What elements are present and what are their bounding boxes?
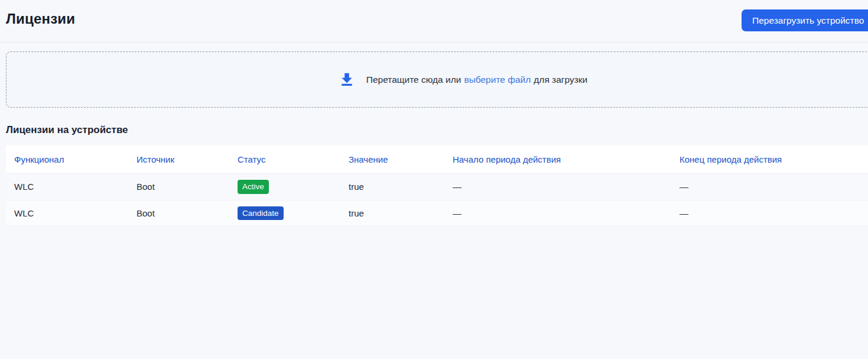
page-title: Лицензии bbox=[6, 11, 868, 27]
table-row: WLC Boot Active true — — bbox=[6, 174, 868, 200]
licenses-table-wrap: Функционал Источник Статус Значение Нача… bbox=[6, 145, 868, 227]
table-row: WLC Boot Candidate true — — bbox=[6, 200, 868, 227]
col-header-period-start: Начало периода действия bbox=[444, 145, 671, 174]
dropzone-text-after: для загрузки bbox=[534, 75, 587, 85]
choose-file-link[interactable]: выберите файл bbox=[464, 75, 531, 85]
cell-period-end: — bbox=[671, 174, 868, 200]
cell-status: Candidate bbox=[229, 200, 340, 227]
dropzone-text-before: Перетащите сюда или bbox=[366, 75, 461, 85]
col-header-status: Статус bbox=[229, 145, 340, 174]
status-badge: Candidate bbox=[238, 206, 284, 221]
cell-source: Boot bbox=[128, 200, 229, 227]
main-content: Перетащите сюда или выберите файл для за… bbox=[0, 51, 868, 227]
cell-status: Active bbox=[229, 174, 340, 200]
cell-value: true bbox=[340, 174, 444, 200]
cell-period-start: — bbox=[444, 174, 671, 200]
section-title: Лицензии на устройстве bbox=[6, 124, 868, 136]
cell-functional: WLC bbox=[6, 174, 128, 200]
col-header-period-end: Конец периода действия bbox=[671, 145, 868, 174]
status-badge: Active bbox=[238, 180, 269, 194]
cell-period-start: — bbox=[444, 200, 671, 227]
cell-period-end: — bbox=[671, 200, 868, 227]
licenses-page: Лицензии Перезагрузить устройство Перета… bbox=[0, 0, 868, 227]
download-icon bbox=[338, 71, 356, 89]
col-header-value: Значение bbox=[340, 145, 444, 174]
cell-source: Boot bbox=[128, 174, 229, 200]
cell-functional: WLC bbox=[6, 200, 128, 227]
licenses-table: Функционал Источник Статус Значение Нача… bbox=[6, 145, 868, 227]
reboot-device-button[interactable]: Перезагрузить устройство bbox=[742, 9, 868, 31]
dropzone-text: Перетащите сюда или выберите файл для за… bbox=[366, 75, 588, 85]
col-header-source: Источник bbox=[128, 145, 229, 174]
cell-value: true bbox=[340, 200, 444, 227]
col-header-functional: Функционал bbox=[6, 145, 128, 174]
file-dropzone[interactable]: Перетащите сюда или выберите файл для за… bbox=[6, 51, 868, 108]
table-header-row: Функционал Источник Статус Значение Нача… bbox=[6, 145, 868, 174]
top-bar: Лицензии Перезагрузить устройство bbox=[0, 0, 868, 43]
